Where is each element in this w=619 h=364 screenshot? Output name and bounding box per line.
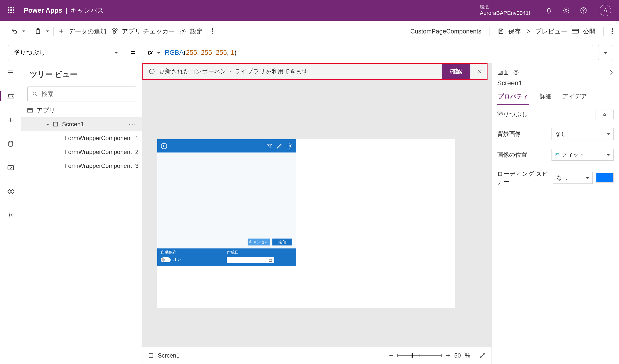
tab-properties[interactable]: プロパティ	[497, 91, 529, 105]
gear-icon[interactable]	[562, 7, 570, 14]
tab-details[interactable]: 詳細	[539, 91, 552, 105]
cancel-button[interactable]: キャンセル	[248, 239, 270, 245]
tree-title: ツリー ビュー	[30, 69, 77, 80]
filter-icon[interactable]	[266, 143, 273, 149]
tree-item-comp1[interactable]: FormWrapperComponent_1	[21, 131, 142, 145]
svg-point-30	[161, 143, 167, 149]
svg-rect-33	[149, 354, 153, 358]
close-icon[interactable]	[129, 71, 136, 78]
props-object-name: Screen1	[492, 79, 619, 91]
prop-bgimg-label: 背景画像	[497, 130, 552, 138]
add-data-button[interactable]: データの追加	[58, 27, 106, 35]
formula-bar[interactable]: fx RGBA(255, 255, 255, 1)	[143, 45, 593, 60]
formula-expand-button[interactable]	[598, 45, 613, 60]
props-kind: 画面	[497, 68, 509, 76]
close-icon[interactable]: ✕	[474, 68, 484, 75]
fill-color-button[interactable]	[595, 110, 614, 119]
tree-search-input[interactable]	[41, 91, 131, 97]
property-select[interactable]: 塗りつぶし	[8, 45, 123, 60]
edit-icon[interactable]	[276, 143, 283, 149]
more-cmd-icon[interactable]	[212, 28, 213, 34]
notif-confirm-button[interactable]: 確認	[442, 64, 470, 79]
svg-point-12	[612, 29, 613, 30]
app-subtitle: キャンバス	[70, 6, 104, 15]
svg-rect-32	[269, 259, 272, 261]
tree-search[interactable]	[27, 87, 136, 101]
gear-icon[interactable]	[286, 143, 293, 150]
tree-item-comp2[interactable]: FormWrapperComponent_2	[21, 145, 142, 159]
zoom-value: 50	[454, 352, 461, 359]
tree-item-app[interactable]: アプリ	[21, 103, 142, 117]
svg-point-15	[8, 141, 12, 143]
rail-data[interactable]	[6, 139, 16, 149]
environment-icon[interactable]	[468, 7, 475, 14]
created-date-input[interactable]	[227, 257, 274, 263]
svg-point-3	[583, 12, 584, 12]
preview-button[interactable]: プレビュー	[525, 27, 567, 35]
svg-point-31	[289, 145, 291, 147]
rail-media[interactable]	[6, 163, 16, 173]
paste-button[interactable]	[34, 28, 41, 35]
environment-picker[interactable]: 環境 AuroraBAPEnv0041f	[480, 5, 530, 16]
chevron-down-icon[interactable]	[157, 49, 160, 56]
svg-rect-19	[54, 122, 58, 126]
rail-tools[interactable]	[6, 210, 16, 220]
prop-imgpos-label: 画像の位置	[497, 151, 552, 159]
bg-image-select[interactable]: なし	[552, 128, 614, 140]
help-icon[interactable]	[513, 69, 519, 75]
undo-menu[interactable]	[22, 30, 25, 33]
tree-item-screen[interactable]: Scrcen1 ···	[21, 117, 142, 131]
undo-button[interactable]	[11, 28, 18, 35]
waffle-icon[interactable]	[8, 7, 15, 14]
zoom-slider[interactable]	[397, 355, 442, 356]
rail-flows[interactable]	[6, 186, 16, 196]
img-pos-select[interactable]: フィット	[552, 149, 614, 161]
more-icon[interactable]: ···	[129, 121, 137, 128]
prop-spinner-label: ローディング スピナー	[497, 170, 553, 186]
settings-button[interactable]: 設定	[179, 27, 203, 35]
svg-rect-11	[572, 29, 579, 33]
spinner-color-swatch[interactable]	[596, 173, 614, 182]
svg-point-9	[212, 31, 213, 32]
publish-button[interactable]: 公開	[572, 27, 595, 35]
chevron-down-icon	[115, 49, 118, 56]
autosave-label: 自動保存	[161, 250, 227, 255]
more-cmd-right-icon[interactable]	[612, 28, 613, 34]
svg-point-6	[116, 29, 117, 30]
app-checker-button[interactable]: アプリ チェッカー	[111, 27, 175, 35]
tree-item-comp3[interactable]: FormWrapperComponent_3	[21, 159, 142, 173]
save-button[interactable]: 保存	[497, 27, 521, 35]
spinner-select[interactable]: なし	[553, 172, 593, 184]
formula-text[interactable]: RGBA(255, 255, 255, 1)	[165, 49, 237, 57]
rail-insert[interactable]	[6, 115, 16, 125]
tab-ideas[interactable]: アイデア	[562, 91, 588, 105]
send-button[interactable]: 送信	[272, 239, 292, 245]
notification-bar: 更新されたコンポーネント ライブラリを利用できます 確認 ✕	[142, 63, 488, 80]
app-title: Power Apps	[24, 7, 62, 14]
fit-icon[interactable]	[479, 352, 486, 359]
zoom-in-button[interactable]: +	[446, 351, 450, 360]
svg-point-14	[612, 33, 613, 34]
svg-point-10	[212, 33, 213, 34]
rail-treeview[interactable]	[6, 91, 16, 101]
app-file-name: CustomPageComponents	[410, 28, 481, 35]
svg-point-35	[516, 73, 516, 74]
screen-icon	[148, 353, 154, 359]
created-label: 作成日	[227, 250, 293, 255]
avatar[interactable]: A	[600, 5, 611, 16]
status-screen-name: Scrcen1	[158, 352, 180, 359]
svg-rect-18	[28, 108, 33, 112]
paste-menu[interactable]	[46, 30, 49, 33]
chevron-down-icon[interactable]	[46, 121, 49, 128]
canvas-screen[interactable]: キャンセル 送信 自動保存 オン 作成日	[157, 139, 455, 308]
rail-hamburger[interactable]	[6, 67, 16, 77]
help-icon[interactable]	[580, 7, 587, 14]
zoom-out-button[interactable]: −	[389, 351, 393, 360]
back-icon[interactable]	[160, 142, 168, 150]
autosave-toggle[interactable]	[161, 257, 171, 262]
chevron-right-icon[interactable]	[609, 69, 614, 76]
svg-point-13	[612, 31, 613, 32]
bell-icon[interactable]	[545, 7, 553, 14]
svg-point-1	[565, 9, 567, 11]
svg-point-7	[182, 30, 184, 32]
